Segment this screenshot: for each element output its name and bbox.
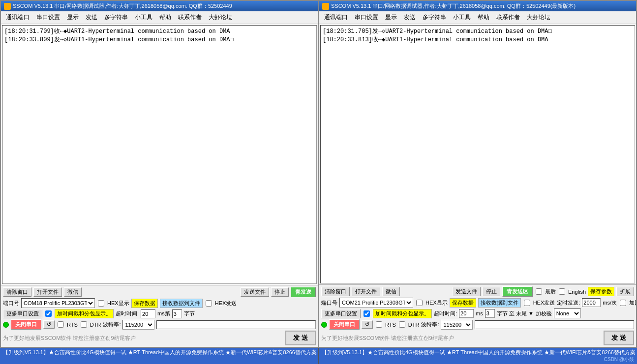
send-btn-2[interactable]: 发 送 [604, 331, 634, 345]
menu-display-1[interactable]: 显示 [64, 12, 82, 23]
checksum-select-2[interactable]: None [554, 308, 581, 318]
menu-send-2[interactable]: 发送 [401, 12, 419, 23]
clear-window-btn-1[interactable]: 清除窗口 [3, 287, 31, 297]
control-row-2-2: 端口号 COM21 Prolific PL2303GT US: HEX显示 保存… [321, 297, 634, 308]
hex-display-checkbox-2[interactable] [416, 300, 423, 306]
terminal-line-1-1: [18:20:33.809]发→◇UART1-Hyperterminal com… [4, 36, 314, 44]
title-bar-2: SSCOM V5.13.1 串口/网络数据调试器,作者:大虾丁丁,2618058… [319, 1, 636, 11]
hex-send-checkbox-2[interactable] [524, 300, 530, 306]
control-row-1-4: 关闭串口 ↺ RTS DTR 波特率: 115200 UART1-Hyperte… [3, 319, 316, 330]
save-data-btn-1[interactable]: 保存数据 [131, 299, 158, 308]
send-file-btn-2[interactable]: 发送文件 [452, 287, 481, 296]
terminal-display-1: [18:20:31.709]收←◆UART2-Hyperterminal com… [2, 25, 317, 284]
menu-forum-1[interactable]: 大虾论坛 [206, 12, 235, 23]
save-data-btn-2[interactable]: 保存数据 [450, 298, 476, 308]
title-text-2: SSCOM V5.13.1 串口/网络数据调试器,作者:大虾丁丁,2618058… [331, 2, 576, 10]
open-file-btn-1[interactable]: 打开文件 [33, 287, 62, 297]
hex-send-label-1: HEX发送 [215, 300, 237, 307]
timestamp-checkbox-1[interactable] [45, 310, 52, 317]
dtr-checkbox-2[interactable] [399, 321, 405, 328]
bytes-label-1: 字节 [184, 310, 195, 317]
control-row-2-1: 清除窗口 打开文件 微信 发送文件 停止 青发送区 最后 English 保存参… [321, 286, 634, 297]
timestamp-btn-2[interactable]: 加时间戳和分包显示。 [373, 309, 432, 318]
send-now-btn-1[interactable]: 青发送 [291, 287, 316, 297]
timeout-input-2[interactable] [459, 309, 474, 318]
add-return-checkbox-2[interactable] [620, 300, 626, 306]
menu-serial-settings-2[interactable]: 串口设置 [352, 12, 381, 23]
send-input-2[interactable]: UART2-Hyperterminal communication based … [475, 320, 634, 329]
window-1: SSCOM V5.13.1 串口/网络数据调试器,作者:大虾丁丁,2618058… [0, 0, 319, 348]
save-params-btn-2[interactable]: 保存参数 [588, 287, 614, 296]
clear-window-btn-2[interactable]: 清除窗口 [321, 287, 350, 296]
recv-to-file-btn-2[interactable]: 接收数据到文件 [478, 298, 521, 308]
stop-btn-1[interactable]: 停止 [271, 287, 289, 297]
menu-send-1[interactable]: 发送 [83, 12, 100, 23]
hex-send-checkbox-1[interactable] [206, 300, 212, 307]
bytes-input-2[interactable] [485, 309, 495, 318]
control-row-2-3: 更多串口设置 加时间戳和分包显示。 超时时间: ms 字节 至 末尾 ▼ 加校验… [321, 308, 634, 319]
ms-per-label-2: ms/次 [603, 299, 617, 307]
port-status-indicator-2 [321, 322, 327, 328]
baud-select-1[interactable]: 115200 [122, 320, 154, 330]
timeout-label-2: 超时时间: [434, 310, 457, 317]
window-2: SSCOM V5.13.1 串口/网络数据调试器,作者:大虾丁丁,2618058… [319, 0, 637, 348]
title-text-1: SSCOM V5.13.1 串口/网络数据调试器,作者:大虾丁丁,2618058… [13, 2, 232, 10]
port-select-2[interactable]: COM21 Prolific PL2303GT US: [339, 298, 413, 308]
port-select-1[interactable]: COM18 Prolific PL2303GT US: [21, 298, 95, 308]
menu-contact-1[interactable]: 联系作者 [175, 12, 205, 23]
rts-checkbox-2[interactable] [376, 321, 382, 328]
timestamp-btn-1[interactable]: 加时间戳和分包显示。 [55, 309, 114, 318]
port-label-2: 端口号 [321, 299, 337, 307]
rts-checkbox-1[interactable] [58, 321, 64, 328]
menu-contact-2[interactable]: 联系作者 [493, 12, 523, 23]
menu-multistring-1[interactable]: 多字符串 [101, 12, 131, 23]
menu-help-2[interactable]: 帮助 [475, 12, 492, 23]
rts-label-2: RTS [385, 322, 396, 328]
menu-help-1[interactable]: 帮助 [156, 12, 174, 23]
timeout-input-1[interactable] [141, 309, 155, 318]
title-bar-1: SSCOM V5.13.1 串口/网络数据调试器,作者:大虾丁丁,2618058… [1, 1, 318, 11]
timestamp-checkbox-2[interactable] [364, 310, 370, 317]
menu-display-2[interactable]: 显示 [382, 12, 400, 23]
status-text-1: 为了更好地发展SSCOM软件 请您注册嘉立创9结尾客户 [3, 335, 283, 342]
last-checkbox-2[interactable] [536, 288, 542, 295]
add-return-label-2: 加回车换 [629, 299, 637, 307]
recv-to-file-btn-1[interactable]: 接收数据到文件 [160, 299, 203, 308]
open-file-btn-2[interactable]: 打开文件 [352, 287, 380, 296]
send-input-1[interactable]: UART1-Hyperterminal communication based … [156, 320, 316, 329]
english-label-2: English [568, 289, 586, 295]
refresh-btn-1[interactable]: ↺ [43, 320, 55, 329]
dtr-checkbox-1[interactable] [81, 321, 87, 328]
expand-btn-2[interactable]: 扩展 [616, 287, 634, 296]
close-port-btn-1[interactable]: 关闭串口 [11, 319, 41, 330]
refresh-btn-2[interactable]: ↺ [362, 320, 373, 329]
send-btn-1[interactable]: 发 送 [285, 331, 316, 345]
english-checkbox-2[interactable] [559, 288, 565, 295]
hex-display-checkbox-1[interactable] [98, 300, 104, 307]
wechat-btn-2[interactable]: 微信 [382, 287, 400, 296]
send-now-btn-2[interactable]: 青发送区 [502, 286, 533, 297]
more-port-btn-1[interactable]: 更多串口设置 [3, 309, 42, 318]
stop-btn-2[interactable]: 停止 [483, 287, 500, 296]
menu-serial-settings-1[interactable]: 串口设置 [33, 12, 63, 23]
menu-tools-1[interactable]: 小工具 [132, 12, 155, 23]
timed-input-2[interactable] [582, 298, 601, 307]
menu-forum-2[interactable]: 大虾论坛 [524, 12, 553, 23]
baud-select-2[interactable]: 115200 [441, 320, 473, 330]
menu-multistring-2[interactable]: 多字符串 [420, 12, 449, 23]
more-port-btn-2[interactable]: 更多串口设置 [321, 309, 361, 318]
ticker-1: 【升级到V5.13.1】★合宙高性价比4G模块值得一试 ★RT-Thread中国… [0, 348, 319, 364]
close-port-btn-2[interactable]: 关闭串口 [329, 319, 360, 330]
control-row-1-2: 端口号 COM18 Prolific PL2303GT US: HEX显示 保存… [3, 298, 316, 308]
wechat-btn-1[interactable]: 微信 [64, 287, 82, 297]
bottom-controls-1: 清除窗口 打开文件 微信 发送文件 停止 青发送 端口号 COM18 Proli… [1, 285, 318, 347]
status-text-2: 为了更好地发展SSCOM软件 请您注册嘉立创9结尾客户 [321, 335, 602, 342]
send-file-btn-1[interactable]: 发送文件 [241, 287, 269, 297]
menu-comm-port-1[interactable]: 通讯端口 [3, 12, 32, 23]
ms-label-2: ms [476, 310, 483, 316]
menu-bar-1: 通讯端口 串口设置 显示 发送 多字符串 小工具 帮助 联系作者 大虾论坛 [1, 11, 318, 24]
menu-tools-2[interactable]: 小工具 [450, 12, 474, 23]
menu-comm-port-2[interactable]: 通讯端口 [321, 12, 351, 23]
port-label-1: 端口号 [3, 300, 19, 307]
bytes-input-1[interactable] [172, 309, 182, 318]
